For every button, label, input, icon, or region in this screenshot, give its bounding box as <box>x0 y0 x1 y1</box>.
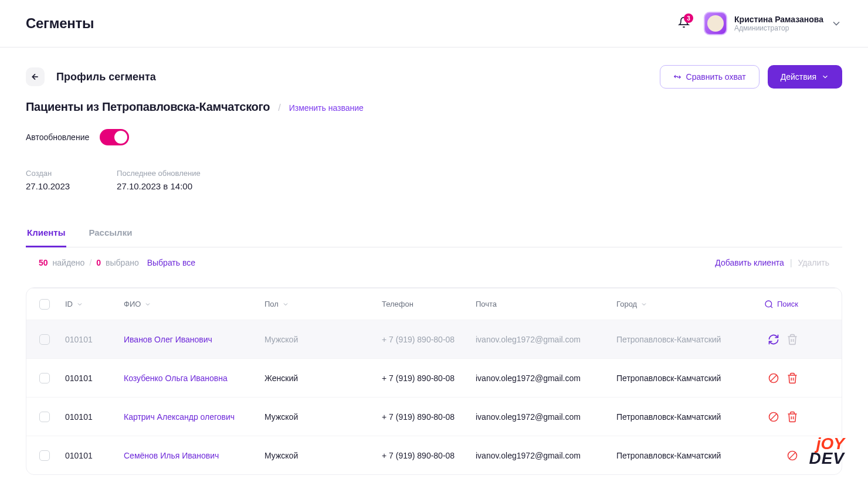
cell-id: 010101 <box>65 373 124 383</box>
user-menu[interactable]: Кристина Рамазанова Админиистратор <box>704 12 842 35</box>
client-link[interactable]: Иванов Олег Иванович <box>124 335 265 344</box>
actions-button[interactable]: Действия <box>768 65 842 89</box>
subheader-title: Профиль сегмента <box>56 71 156 83</box>
back-button[interactable] <box>26 67 45 86</box>
svg-line-6 <box>771 414 777 420</box>
subheader-left: Профиль сегмента <box>26 67 156 86</box>
col-gender[interactable]: Пол <box>265 300 382 308</box>
cell-city: Петропавловск-Камчатский <box>616 335 740 344</box>
client-link[interactable]: Картрич Александр олегович <box>124 412 265 422</box>
tab-mailings[interactable]: Рассылки <box>87 220 133 247</box>
updated-label: Последнее обновление <box>117 169 201 178</box>
search-button[interactable]: Поиск <box>740 300 798 309</box>
cell-email: ivanov.oleg1972@gmail.com <box>476 451 616 460</box>
cell-email: ivanov.oleg1972@gmail.com <box>476 373 616 383</box>
cell-phone: + 7 (919) 890-80-08 <box>382 451 476 460</box>
block-icon[interactable] <box>768 411 779 423</box>
cell-id: 010101 <box>65 412 124 422</box>
page-title: Сегменты <box>26 15 94 32</box>
header-right: 3 Кристина Рамазанова Админиистратор <box>678 12 842 35</box>
search-icon <box>764 300 774 309</box>
selected-label: выбрано <box>106 258 139 267</box>
user-role: Админиистратор <box>734 24 823 32</box>
notifications-button[interactable]: 3 <box>678 16 690 30</box>
tabs: Клиенты Рассылки <box>26 220 842 247</box>
arrow-left-icon <box>30 72 40 82</box>
auto-update-label: Автообновление <box>26 133 89 142</box>
row-checkbox[interactable] <box>39 412 50 422</box>
svg-line-2 <box>771 306 772 308</box>
cell-gender: Мужской <box>265 412 382 422</box>
found-count: 50 <box>39 258 48 267</box>
cell-city: Петропавловск-Камчатский <box>616 373 740 383</box>
client-link[interactable]: Семёнов Илья Иванович <box>124 451 265 460</box>
chevron-down-icon <box>830 18 842 29</box>
tab-clients[interactable]: Клиенты <box>26 220 66 247</box>
refresh-icon[interactable] <box>768 334 779 345</box>
client-link[interactable]: Козубенко Ольга Ивановна <box>124 373 265 383</box>
avatar <box>704 12 727 35</box>
sep: / <box>89 258 91 267</box>
chevron-down-icon <box>821 73 829 81</box>
col-phone: Телефон <box>382 300 476 308</box>
block-icon[interactable] <box>786 450 798 461</box>
table-row: 010101 Иванов Олег Иванович Мужской + 7 … <box>26 320 842 358</box>
updated-value: 27.10.2023 в 14:00 <box>117 181 201 191</box>
segment-name: Пациенты из Петропавловска-Камчатского <box>26 100 270 114</box>
cell-city: Петропавловск-Камчатский <box>616 451 740 460</box>
user-info: Кристина Рамазанова Админиистратор <box>734 15 823 32</box>
user-name: Кристина Рамазанова <box>734 15 823 24</box>
notif-badge: 3 <box>684 13 693 23</box>
row-checkbox[interactable] <box>39 450 50 461</box>
col-id[interactable]: ID <box>65 300 124 308</box>
created-label: Создан <box>26 169 70 178</box>
selected-count: 0 <box>96 258 101 267</box>
chevron-down-icon <box>144 301 151 308</box>
segment-title-row: Пациенты из Петропавловска-Камчатского /… <box>26 100 842 114</box>
compare-reach-button[interactable]: Сравнить охват <box>660 65 760 89</box>
trash-icon[interactable] <box>786 334 798 345</box>
col-fio[interactable]: ФИО <box>124 300 265 308</box>
cell-gender: Мужской <box>265 451 382 460</box>
compare-icon <box>673 73 681 81</box>
row-checkbox[interactable] <box>39 373 50 383</box>
cell-phone: + 7 (919) 890-80-08 <box>382 373 476 383</box>
separator: / <box>278 103 280 113</box>
auto-update-row: Автообновление <box>26 129 842 145</box>
cell-phone: + 7 (919) 890-80-08 <box>382 412 476 422</box>
toolbar-right: Добавить клиента | Удалить <box>715 258 829 267</box>
chevron-down-icon <box>640 301 647 308</box>
block-icon[interactable] <box>768 372 779 384</box>
cell-id: 010101 <box>65 335 124 344</box>
table-toolbar: 50 найдено / 0 выбрано Выбрать все Добав… <box>26 247 842 276</box>
col-email: Почта <box>476 300 616 308</box>
cell-email: ivanov.oleg1972@gmail.com <box>476 335 616 344</box>
created-value: 27.10.2023 <box>26 181 70 191</box>
table-row: 010101 Козубенко Ольга Ивановна Женский … <box>26 358 842 397</box>
trash-icon[interactable] <box>786 411 798 423</box>
edit-name-link[interactable]: Изменить название <box>289 103 364 113</box>
svg-line-4 <box>771 375 777 381</box>
meta-row: Создан 27.10.2023 Последнее обновление 2… <box>26 169 842 191</box>
col-city[interactable]: Город <box>616 300 740 308</box>
select-all-link[interactable]: Выбрать все <box>147 258 195 267</box>
row-checkbox[interactable] <box>39 334 50 345</box>
auto-update-toggle[interactable] <box>100 129 129 145</box>
cell-gender: Женский <box>265 373 382 383</box>
table-head: ID ФИО Пол Телефон Почта Город Поиск <box>26 288 842 320</box>
created-block: Создан 27.10.2023 <box>26 169 70 191</box>
compare-label: Сравнить охват <box>686 72 746 82</box>
cell-email: ivanov.oleg1972@gmail.com <box>476 412 616 422</box>
svg-point-1 <box>765 301 772 307</box>
toolbar-left: 50 найдено / 0 выбрано Выбрать все <box>39 258 195 267</box>
add-client-link[interactable]: Добавить клиента <box>715 258 784 267</box>
sep: | <box>790 258 792 267</box>
app-header: Сегменты 3 Кристина Рамазанова Админиист… <box>0 0 868 47</box>
trash-icon[interactable] <box>786 372 798 384</box>
chevron-down-icon <box>282 301 289 308</box>
table-row: 010101 Картрич Александр олегович Мужско… <box>26 397 842 436</box>
cell-gender: Мужской <box>265 335 382 344</box>
actions-label: Действия <box>781 72 816 82</box>
select-all-checkbox[interactable] <box>39 299 50 310</box>
subheader-right: Сравнить охват Действия <box>660 65 842 89</box>
